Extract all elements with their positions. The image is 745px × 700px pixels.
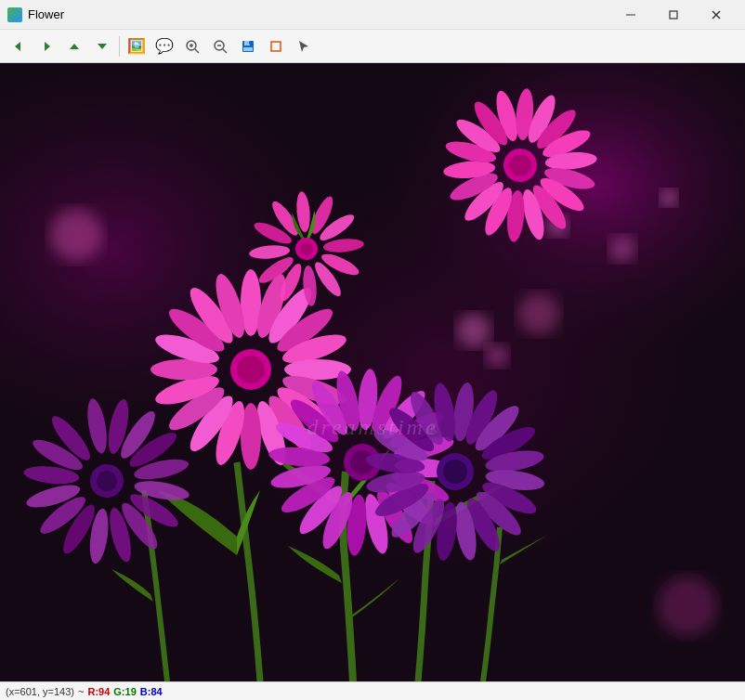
svg-point-29	[658, 577, 717, 636]
flower-image: dreamstime ®	[0, 63, 745, 681]
window-controls	[609, 0, 738, 30]
forward-button[interactable]	[33, 33, 59, 59]
app-icon	[7, 7, 22, 22]
toolbar-separator-1	[119, 36, 120, 57]
svg-rect-18	[249, 41, 251, 44]
save-button[interactable]	[235, 33, 261, 59]
svg-marker-7	[98, 44, 107, 49]
svg-point-26	[457, 314, 490, 347]
restore-button[interactable]	[652, 0, 695, 30]
status-r-label: R:	[87, 686, 98, 697]
status-coordinates: (x=601, y=143)	[6, 686, 74, 697]
back-button[interactable]	[6, 33, 32, 59]
pointer-button[interactable]	[291, 33, 317, 59]
zoom-out-button[interactable]	[207, 33, 233, 59]
status-r-value: 94	[98, 686, 110, 697]
svg-point-28	[518, 293, 559, 334]
svg-marker-20	[299, 41, 308, 52]
svg-marker-4	[15, 42, 20, 51]
svg-rect-1	[670, 11, 677, 19]
svg-point-25	[50, 209, 102, 261]
svg-rect-0	[626, 14, 635, 15]
up-button[interactable]	[61, 33, 87, 59]
svg-line-13	[223, 49, 227, 53]
svg-marker-6	[70, 44, 79, 49]
svg-rect-19	[271, 42, 281, 51]
svg-rect-17	[243, 47, 253, 51]
status-g-value: 19	[125, 686, 137, 697]
svg-point-27	[486, 344, 508, 367]
status-bar: (x=601, y=143) ~ R: 94 G: 19 B: 84	[0, 681, 745, 700]
svg-line-9	[195, 49, 199, 53]
status-separator: ~	[78, 686, 84, 697]
title-bar: Flower	[0, 0, 745, 30]
down-button[interactable]	[89, 33, 115, 59]
comment-button[interactable]: 💬	[151, 33, 177, 59]
window-title: Flower	[28, 7, 609, 21]
close-button[interactable]	[695, 0, 738, 30]
zoom-in-button[interactable]	[179, 33, 205, 59]
image-display-area: dreamstime ®	[0, 63, 745, 681]
svg-point-30	[609, 236, 635, 262]
status-b-value: 84	[150, 686, 162, 697]
open-button[interactable]: 🖼️	[124, 33, 150, 59]
crop-button[interactable]	[263, 33, 289, 59]
status-g-label: G:	[113, 686, 124, 697]
status-b-label: B:	[140, 686, 151, 697]
svg-point-32	[660, 189, 677, 206]
minimize-button[interactable]	[609, 0, 652, 30]
toolbar: 🖼️ 💬	[0, 30, 745, 63]
svg-point-74	[237, 356, 265, 383]
svg-text:dreamstime: dreamstime	[307, 415, 438, 439]
svg-text:®: ®	[427, 421, 438, 437]
svg-marker-5	[45, 42, 50, 51]
